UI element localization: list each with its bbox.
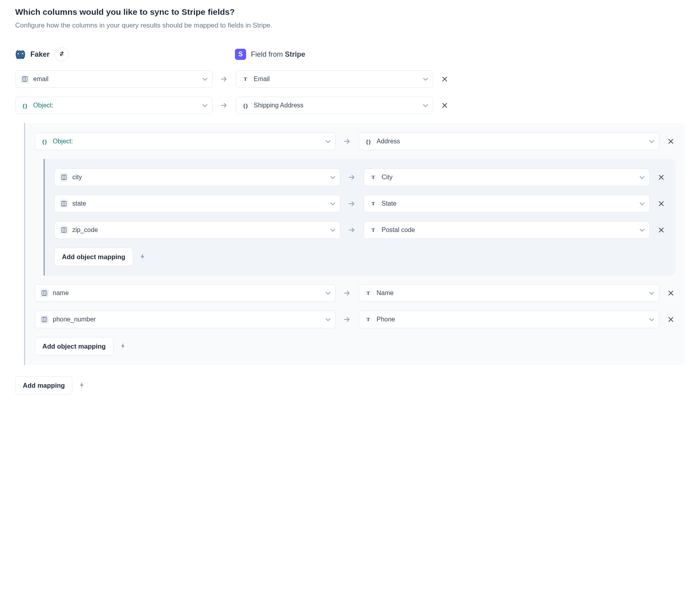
object-type-icon: { }	[40, 137, 49, 146]
source-column-value: Object:	[33, 102, 199, 109]
arrow-right-icon	[220, 101, 229, 110]
column-icon	[60, 199, 68, 208]
column-icon	[20, 75, 29, 83]
text-type-icon: T	[241, 75, 250, 83]
object-type-icon: { }	[20, 101, 29, 110]
add-object-mapping-button[interactable]: Add object mapping	[35, 337, 113, 355]
mapping-row: name T Name	[35, 284, 675, 302]
dest-field-value: State	[382, 200, 636, 207]
remove-mapping-button[interactable]	[657, 199, 666, 208]
stripe-icon: S	[235, 49, 246, 60]
bolt-icon	[120, 343, 125, 349]
chevron-down-icon	[326, 138, 330, 145]
source-column-value: email	[33, 75, 199, 83]
page-subtitle: Configure how the columns in your query …	[15, 22, 685, 30]
source-column-value: zip_code	[72, 226, 326, 234]
source-column-value: phone_number	[53, 316, 322, 323]
text-type-icon: T	[369, 199, 378, 208]
column-icon	[40, 315, 49, 324]
dest-field-select[interactable]: { } Shipping Address	[236, 97, 433, 114]
chevron-down-icon	[640, 226, 644, 234]
dest-field-select[interactable]: T Email	[236, 70, 433, 88]
source-name: Faker	[30, 50, 50, 59]
dest-field-value: City	[382, 174, 636, 181]
add-object-mapping-button[interactable]: Add object mapping	[54, 248, 133, 266]
dest-field-value: Address	[377, 138, 646, 145]
source-column-select[interactable]: zip_code	[54, 221, 340, 239]
remove-mapping-button[interactable]	[657, 173, 666, 182]
mapping-row: { } Object: { } Shipping Address	[15, 97, 685, 114]
chevron-down-icon	[203, 75, 207, 83]
add-mapping-button[interactable]: Add mapping	[15, 376, 72, 395]
source-column-select[interactable]: { } Object:	[35, 133, 336, 150]
source-column-select[interactable]: email	[15, 70, 213, 88]
dest-field-value: Email	[254, 75, 419, 83]
column-icon	[60, 226, 68, 234]
remove-mapping-button[interactable]	[440, 75, 449, 83]
dest-field-select[interactable]: T Phone	[359, 311, 660, 328]
arrow-right-icon	[220, 75, 229, 83]
bolt-icon	[139, 254, 145, 260]
destination-label: Field from Stripe	[251, 50, 305, 59]
source-column-select[interactable]: { } Object:	[15, 97, 213, 114]
chevron-down-icon	[649, 290, 654, 297]
chevron-down-icon	[640, 200, 644, 207]
source-column-select[interactable]: phone_number	[35, 311, 336, 328]
dest-field-value: Shipping Address	[254, 102, 419, 109]
text-type-icon: T	[369, 173, 378, 182]
source-column-select[interactable]: city	[54, 169, 340, 186]
dest-field-select[interactable]: { } Address	[359, 133, 660, 150]
source-column-value: state	[72, 200, 326, 207]
arrow-right-icon	[348, 173, 356, 182]
source-column-value: Object:	[53, 138, 322, 145]
arrow-right-icon	[348, 199, 356, 208]
nested-mapping-group: { } Object: { } Address city T City	[24, 123, 685, 365]
remove-mapping-button[interactable]	[666, 137, 675, 146]
dest-field-select[interactable]: T City	[364, 169, 650, 186]
chevron-down-icon	[330, 226, 335, 234]
mapping-row: city T City	[54, 169, 666, 186]
text-type-icon: T	[369, 226, 378, 234]
dest-field-value: Phone	[377, 316, 646, 323]
swap-icon	[59, 51, 65, 58]
object-type-icon: { }	[364, 137, 373, 146]
postgres-elephant-icon	[15, 49, 26, 60]
arrow-right-icon	[343, 289, 352, 298]
remove-mapping-button[interactable]	[666, 315, 675, 324]
chevron-down-icon	[649, 138, 654, 145]
page-title: Which columns would you like to sync to …	[15, 7, 685, 17]
remove-mapping-button[interactable]	[440, 101, 449, 110]
swap-button[interactable]	[54, 47, 69, 61]
mapping-row: phone_number T Phone	[35, 311, 675, 328]
remove-mapping-button[interactable]	[666, 289, 675, 298]
arrow-right-icon	[343, 315, 352, 324]
arrow-right-icon	[343, 137, 352, 146]
object-type-icon: { }	[241, 101, 250, 110]
dest-field-value: Postal code	[382, 226, 636, 234]
bolt-icon	[79, 382, 84, 389]
text-type-icon: T	[364, 289, 373, 298]
chevron-down-icon	[640, 174, 644, 181]
nested-mapping-group: city T City state T State	[44, 159, 675, 276]
dest-field-select[interactable]: T Postal code	[364, 221, 650, 239]
arrow-right-icon	[348, 226, 356, 234]
source-column-select[interactable]: state	[54, 195, 340, 212]
source-column-value: name	[53, 290, 322, 297]
chevron-down-icon	[330, 174, 335, 181]
column-icon	[60, 173, 68, 182]
chevron-down-icon	[423, 75, 428, 83]
mapping-row: email T Email	[15, 70, 685, 88]
mapping-row: zip_code T Postal code	[54, 221, 666, 239]
mapping-row: { } Object: { } Address	[35, 133, 675, 150]
chevron-down-icon	[326, 290, 330, 297]
chevron-down-icon	[649, 316, 654, 323]
chevron-down-icon	[423, 102, 428, 109]
chevron-down-icon	[326, 316, 330, 323]
dest-field-select[interactable]: T Name	[359, 284, 660, 302]
column-icon	[40, 289, 49, 298]
source-column-select[interactable]: name	[35, 284, 336, 302]
mapping-row: state T State	[54, 195, 666, 212]
text-type-icon: T	[364, 315, 373, 324]
dest-field-select[interactable]: T State	[364, 195, 650, 212]
remove-mapping-button[interactable]	[657, 226, 666, 234]
